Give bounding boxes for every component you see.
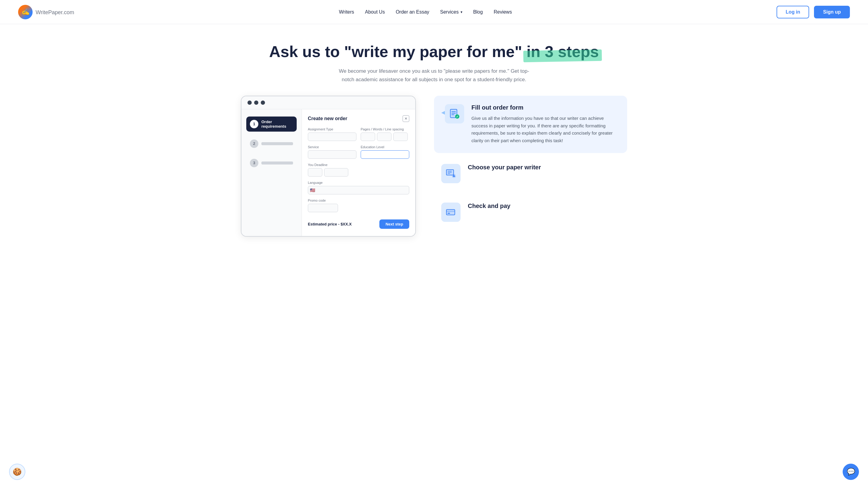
- login-button[interactable]: Log in: [777, 6, 809, 19]
- step-choose-writer: Choose your paper writer: [434, 155, 627, 192]
- svg-rect-17: [447, 213, 450, 214]
- logo-link[interactable]: ✍ WritePaper.com: [18, 5, 74, 19]
- check-pay-title: Check and pay: [468, 203, 510, 210]
- nav-order-essay[interactable]: Order an Essay: [396, 9, 429, 15]
- step-fill-form: ◀ ✓ Fill out order form Give us all the: [434, 96, 627, 153]
- deadline-field: You Deadline: [308, 163, 409, 177]
- form-row-3: You Deadline: [308, 163, 409, 177]
- form-row-2: Service Education Level: [308, 145, 409, 159]
- form-row-5: Promo code: [308, 198, 409, 212]
- svg-rect-14: [446, 210, 455, 215]
- language-field: Language 🇺🇸: [308, 181, 409, 194]
- step-check-pay: Check and pay: [434, 194, 627, 230]
- education-level-field: Education Level: [361, 145, 409, 159]
- assignment-type-input[interactable]: [308, 132, 356, 141]
- nav-links: Writers About Us Order an Essay Services…: [339, 9, 512, 15]
- svg-rect-16: [446, 211, 455, 212]
- pages-label: Pages / Words / Line spacing: [361, 127, 409, 131]
- form-header: Create new order ✕: [308, 115, 409, 122]
- service-input[interactable]: [308, 150, 356, 159]
- spacing-input[interactable]: [393, 132, 408, 141]
- fill-form-content: Fill out order form Give us all the info…: [471, 104, 620, 145]
- deadline-inputs: [308, 168, 409, 177]
- education-level-label: Education Level: [361, 145, 409, 149]
- mockup-sidebar: 1 Order requirements 2 3: [242, 109, 302, 236]
- step-2-item: 2: [246, 136, 297, 151]
- nav-auth: Log in Sign up: [777, 6, 850, 19]
- mockup-titlebar: [242, 96, 415, 109]
- step-3-item: 3: [246, 156, 297, 170]
- pages-row: [361, 132, 409, 141]
- step-1-item: 1 Order requirements: [246, 117, 297, 132]
- nav-about[interactable]: About Us: [365, 9, 385, 15]
- step-2-bar: [261, 142, 293, 145]
- promo-label: Promo code: [308, 198, 409, 202]
- fill-form-description: Give us all the information you have so …: [471, 115, 620, 145]
- steps-info: ◀ ✓ Fill out order form Give us all the: [434, 96, 627, 233]
- assignment-type-field: Assignment Type: [308, 127, 356, 141]
- deadline-label: You Deadline: [308, 163, 409, 166]
- choose-writer-content: Choose your paper writer: [468, 164, 541, 175]
- hero-title: Ask us to "write my paper for me" in 3 s…: [269, 42, 599, 61]
- form-row-1: Assignment Type Pages / Words / Line spa…: [308, 127, 409, 141]
- window-dot-2: [254, 100, 258, 105]
- pages-input[interactable]: [361, 132, 375, 141]
- promo-input[interactable]: [308, 204, 338, 212]
- estimated-price: Estimated price - $XX.X: [308, 222, 351, 226]
- words-input[interactable]: [377, 132, 392, 141]
- hero-section: Ask us to "write my paper for me" in 3 s…: [0, 24, 868, 96]
- navbar: ✍ WritePaper.com Writers About Us Order …: [0, 0, 868, 24]
- mockup-body: 1 Order requirements 2 3 Create new orde…: [242, 109, 415, 236]
- choose-writer-icon-wrap: [441, 164, 461, 183]
- nav-reviews[interactable]: Reviews: [494, 9, 512, 15]
- step-3-bar: [261, 161, 293, 164]
- language-label: Language: [308, 181, 409, 184]
- step-1-label: Order requirements: [261, 120, 293, 129]
- check-pay-icon: [445, 207, 456, 218]
- fill-form-icon-wrap: ✓: [445, 104, 464, 123]
- form-footer: Estimated price - $XX.X Next step: [308, 216, 409, 229]
- svg-text:✓: ✓: [456, 115, 459, 118]
- nav-blog[interactable]: Blog: [473, 9, 483, 15]
- order-form-mockup: 1 Order requirements 2 3 Create new orde…: [241, 96, 416, 237]
- service-label: Service: [308, 145, 356, 149]
- choose-writer-title: Choose your paper writer: [468, 164, 541, 171]
- pages-field: Pages / Words / Line spacing: [361, 127, 409, 141]
- service-field: Service: [308, 145, 356, 159]
- check-pay-content: Check and pay: [468, 203, 510, 213]
- signup-button[interactable]: Sign up: [814, 6, 850, 19]
- assignment-type-label: Assignment Type: [308, 127, 356, 131]
- main-content: 1 Order requirements 2 3 Create new orde…: [223, 96, 645, 255]
- form-row-4: Language 🇺🇸: [308, 181, 409, 194]
- form-title: Create new order: [308, 116, 347, 121]
- fill-form-icon: ✓: [449, 109, 460, 119]
- highlight-decoration: [523, 50, 602, 62]
- education-level-input[interactable]: [361, 150, 409, 159]
- language-input[interactable]: 🇺🇸: [308, 186, 409, 194]
- deadline-time[interactable]: [324, 168, 348, 177]
- step-2-num: 2: [250, 140, 258, 148]
- deadline-date[interactable]: [308, 168, 322, 177]
- choose-writer-icon: [445, 168, 456, 179]
- window-dot-3: [261, 100, 265, 105]
- step-3-num: 3: [250, 159, 258, 167]
- step-1-num: 1: [250, 120, 258, 128]
- nav-services[interactable]: Services ▾: [440, 9, 462, 15]
- mockup-form-content: Create new order ✕ Assignment Type Pages…: [302, 109, 415, 236]
- nav-writers[interactable]: Writers: [339, 9, 354, 15]
- next-step-button[interactable]: Next step: [379, 219, 409, 229]
- hero-subtitle: We become your lifesaver once you ask us…: [337, 67, 531, 83]
- logo-icon: ✍: [18, 5, 33, 19]
- close-button[interactable]: ✕: [403, 115, 409, 122]
- chevron-down-icon: ▾: [461, 10, 462, 14]
- fill-form-title: Fill out order form: [471, 104, 620, 111]
- check-pay-icon-wrap: [441, 203, 461, 222]
- window-dot-1: [247, 100, 252, 105]
- promo-field: Promo code: [308, 198, 409, 212]
- logo-text: WritePaper.com: [36, 8, 74, 16]
